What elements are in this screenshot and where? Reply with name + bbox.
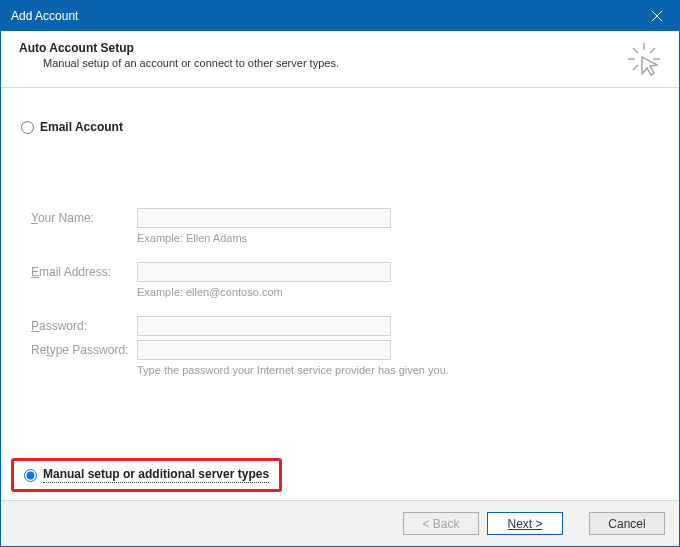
cancel-button[interactable]: Cancel	[589, 512, 665, 535]
account-form: Your Name: Example: Ellen Adams Email Ad…	[31, 208, 649, 394]
wizard-subtitle: Manual setup of an account or connect to…	[43, 57, 623, 69]
wizard-content: Email Account Your Name: Example: Ellen …	[1, 88, 679, 500]
next-button[interactable]: Next >	[487, 512, 563, 535]
cursor-click-icon	[623, 41, 665, 77]
row-retype-password: Retype Password:	[31, 340, 649, 360]
row-your-name: Your Name:	[31, 208, 649, 228]
label-your-name: Your Name:	[31, 211, 137, 225]
titlebar: Add Account	[1, 1, 679, 31]
row-email: Email Address:	[31, 262, 649, 282]
row-password: Password:	[31, 316, 649, 336]
svg-line-6	[650, 48, 655, 53]
radio-email-account[interactable]	[21, 121, 34, 134]
hint-password: Type the password your Internet service …	[137, 364, 649, 376]
label-retype-password: Retype Password:	[31, 343, 137, 357]
svg-line-5	[633, 48, 638, 53]
option-email-account[interactable]: Email Account	[21, 120, 123, 134]
input-email	[137, 262, 391, 282]
close-icon	[652, 11, 662, 21]
input-password	[137, 316, 391, 336]
input-retype-password	[137, 340, 391, 360]
close-button[interactable]	[634, 1, 679, 31]
add-account-window: Add Account Auto Account Setup Manual se…	[0, 0, 680, 547]
option-manual-setup[interactable]: Manual setup or additional server types	[24, 467, 269, 483]
wizard-footer: < Back Next > Cancel	[1, 500, 679, 546]
label-email: Email Address:	[31, 265, 137, 279]
radio-email-label: Email Account	[40, 120, 123, 134]
radio-manual-setup[interactable]	[24, 469, 37, 482]
svg-line-7	[633, 65, 638, 70]
highlight-manual-option: Manual setup or additional server types	[11, 458, 282, 492]
label-password: Password:	[31, 319, 137, 333]
hint-your-name: Example: Ellen Adams	[137, 232, 649, 244]
input-your-name	[137, 208, 391, 228]
window-title: Add Account	[11, 9, 634, 23]
hint-email: Example: ellen@contoso.com	[137, 286, 649, 298]
wizard-header: Auto Account Setup Manual setup of an ac…	[1, 31, 679, 88]
back-button: < Back	[403, 512, 479, 535]
radio-manual-label: Manual setup or additional server types	[43, 467, 269, 483]
wizard-header-text: Auto Account Setup Manual setup of an ac…	[19, 41, 623, 69]
wizard-title: Auto Account Setup	[19, 41, 623, 55]
